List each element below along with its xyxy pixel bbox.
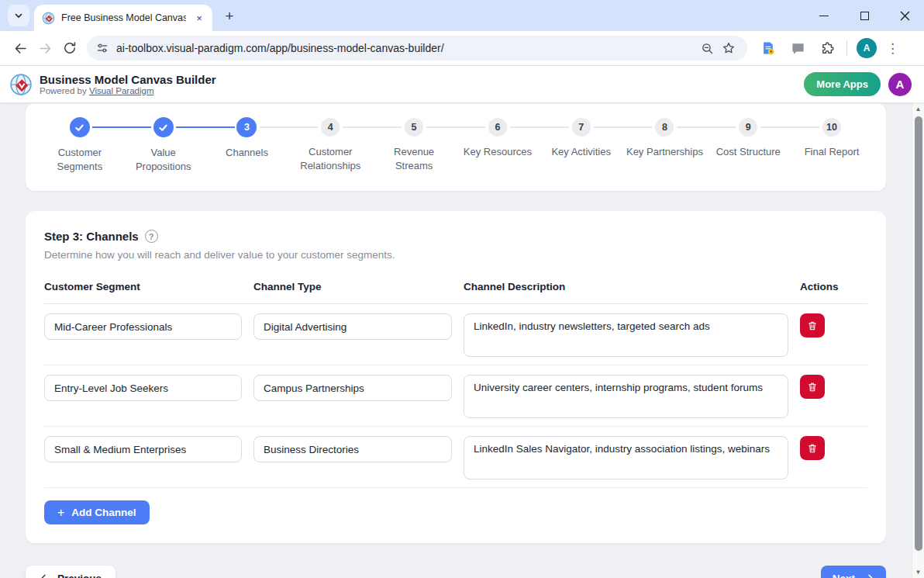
user-avatar[interactable]: A	[888, 73, 912, 96]
segment-input[interactable]	[44, 313, 242, 340]
browser-toolbar: ai-toolbox.visual-paradigm.com/app/busin…	[0, 31, 924, 66]
visual-paradigm-logo-icon	[9, 73, 33, 96]
step-6-circle: 6	[488, 118, 507, 137]
zoom-out-button[interactable]	[696, 37, 718, 59]
previous-label: Previous	[57, 573, 102, 578]
panel-description: Determine how you will reach and deliver…	[44, 249, 867, 261]
next-button[interactable]: Next	[821, 566, 886, 578]
step-8-label: Key Partnerships	[626, 145, 703, 159]
powered-by-prefix: Powered by	[40, 86, 89, 95]
toolbar-right-icons: A ⋮	[758, 38, 899, 58]
page-scrollbar[interactable]: ▲ ▼	[912, 102, 924, 578]
stepper-step-revenue-streams[interactable]: 5 Revenue Streams	[372, 117, 456, 174]
next-label: Next	[833, 573, 855, 578]
channel-description-textarea[interactable]: University career centers, internship pr…	[464, 375, 788, 418]
stepper-step-customer-relationships[interactable]: 4 Customer Relationships	[288, 117, 372, 174]
close-icon	[900, 11, 910, 21]
tab-search-button[interactable]	[8, 5, 29, 26]
step-4-label: Customer Relationships	[291, 145, 369, 173]
stepper-step-key-activities[interactable]: 7 Key Activities	[540, 117, 623, 174]
segment-input[interactable]	[44, 375, 242, 401]
step-3-label: Channels	[226, 146, 268, 160]
puzzle-icon	[820, 41, 835, 56]
scrollbar-down-arrow[interactable]: ▼	[912, 566, 924, 578]
close-window-button[interactable]	[896, 7, 913, 24]
stepper-step-key-partnerships[interactable]: 8 Key Partnerships	[623, 117, 707, 174]
wizard-stepper: Customer Segments Value Propositions 3 C…	[38, 117, 874, 174]
maximize-icon	[860, 12, 869, 20]
step-2-label: Value Propositions	[125, 146, 202, 174]
app-title-block: Business Model Canvas Builder Powered by…	[40, 73, 216, 95]
comment-button[interactable]	[788, 38, 808, 58]
previous-button[interactable]: Previous	[26, 566, 116, 578]
channel-description-textarea[interactable]: LinkedIn, industry newsletters, targeted…	[464, 313, 788, 357]
trash-icon	[807, 382, 818, 393]
step-10-label: Final Report	[805, 145, 860, 159]
extensions-button[interactable]	[817, 38, 837, 58]
reload-button[interactable]	[57, 36, 82, 61]
step-1-label: Customer Segments	[41, 146, 119, 174]
browser-tab[interactable]: Free Business Model Canvas Edi ×	[34, 5, 212, 31]
stepper-step-final-report[interactable]: 10 Final Report	[790, 117, 874, 174]
zoom-out-icon	[701, 42, 714, 55]
channel-type-input[interactable]	[253, 436, 452, 462]
speech-bubble-icon	[791, 41, 805, 56]
scrollbar-thumb[interactable]	[915, 116, 922, 551]
channel-type-input[interactable]	[253, 375, 452, 401]
stepper-step-key-resources[interactable]: 6 Key Resources	[456, 117, 540, 174]
new-tab-button[interactable]: +	[219, 5, 240, 27]
footer-navigation: Previous Next	[26, 566, 886, 578]
stepper-step-channels[interactable]: 3 Channels	[205, 117, 289, 174]
table-row: LinkedIn Sales Navigator, industry assoc…	[44, 427, 867, 488]
visual-paradigm-link[interactable]: Visual Paradigm	[89, 86, 154, 95]
trash-icon	[807, 320, 818, 331]
tune-icon	[96, 42, 109, 54]
minimize-button[interactable]	[815, 7, 833, 24]
stepper-step-value-propositions[interactable]: Value Propositions	[122, 117, 205, 174]
step-4-circle: 4	[321, 118, 340, 137]
minimize-icon	[819, 16, 829, 16]
step-5-label: Revenue Streams	[375, 145, 453, 173]
step-7-circle: 7	[572, 118, 591, 137]
add-channel-button[interactable]: + Add Channel	[44, 500, 150, 524]
bookmark-button[interactable]	[718, 37, 740, 59]
channel-type-input[interactable]	[253, 313, 452, 340]
app-header: Business Model Canvas Builder Powered by…	[0, 66, 924, 102]
table-row: University career centers, internship pr…	[44, 365, 867, 427]
browser-profile-avatar[interactable]: A	[857, 38, 877, 58]
more-apps-button[interactable]: More Apps	[804, 72, 881, 96]
scrollbar-up-arrow[interactable]: ▲	[912, 102, 924, 115]
panel-title-row: Step 3: Channels ?	[44, 230, 867, 243]
delete-row-button[interactable]	[800, 436, 825, 460]
segment-input[interactable]	[44, 436, 242, 462]
plus-icon: +	[57, 506, 64, 520]
delete-row-button[interactable]	[800, 313, 825, 337]
stepper-step-cost-structure[interactable]: 9 Cost Structure	[706, 117, 790, 174]
step-8-circle: 8	[655, 118, 674, 137]
url-bar[interactable]: ai-toolbox.visual-paradigm.com/app/busin…	[87, 36, 747, 61]
back-button[interactable]	[8, 36, 33, 61]
tab-close-icon[interactable]: ×	[192, 11, 206, 25]
table-header-row: Customer Segment Channel Type Channel De…	[44, 281, 867, 304]
docs-offline-button[interactable]	[758, 38, 778, 58]
tab-title: Free Business Model Canvas Edi	[61, 12, 186, 23]
window-controls	[815, 0, 913, 31]
stepper-step-customer-segments[interactable]: Customer Segments	[38, 117, 122, 174]
help-icon[interactable]: ?	[145, 230, 158, 243]
toolbar-separator	[846, 40, 847, 56]
column-header-actions: Actions	[800, 281, 867, 292]
maximize-button[interactable]	[856, 7, 873, 24]
browser-menu-button[interactable]: ⋮	[886, 40, 899, 57]
powered-by: Powered by Visual Paradigm	[40, 86, 216, 95]
page-content: Customer Segments Value Propositions 3 C…	[0, 102, 924, 578]
trash-icon	[807, 443, 818, 454]
delete-row-button[interactable]	[800, 375, 825, 399]
star-icon	[722, 41, 736, 55]
check-icon	[158, 123, 168, 133]
chevron-left-icon	[40, 574, 48, 578]
step-3-circle: 3	[236, 117, 257, 137]
step-6-label: Key Resources	[464, 145, 532, 159]
forward-button[interactable]	[33, 36, 57, 61]
url-text[interactable]: ai-toolbox.visual-paradigm.com/app/busin…	[116, 42, 696, 54]
channel-description-textarea[interactable]: LinkedIn Sales Navigator, industry assoc…	[464, 436, 788, 479]
